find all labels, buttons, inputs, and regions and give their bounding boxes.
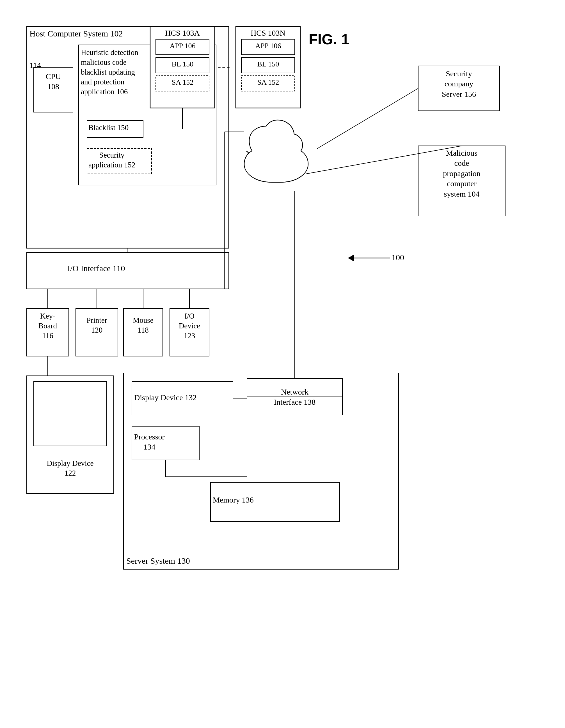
printer-label: Printer 120 [77, 315, 117, 335]
host-computer-title: Host Computer System 102 [29, 28, 123, 39]
mouse-label: Mouse 118 [124, 315, 162, 335]
hcs-103n-title: HCS 103N [237, 28, 299, 38]
svg-rect-5 [27, 252, 229, 289]
ref-114: 114 [29, 60, 41, 70]
diagram: FIG. 1 Host Computer System 102 114 CPU … [11, 11, 553, 718]
cpu-label: CPU 108 [35, 72, 72, 92]
malicious-code-label: Malicious code propagation computer syst… [420, 148, 504, 199]
security-app-label: Security application 152 [88, 150, 135, 170]
io-interface-label: I/O Interface 110 [67, 263, 125, 274]
hcs-103a-sa: SA 152 [157, 78, 208, 87]
hcs-dots: --- [217, 60, 231, 73]
io-device-label: I/O Device 123 [171, 311, 208, 341]
memory-label: Memory 136 [213, 495, 253, 505]
keyboard-label: Key- Board 116 [27, 311, 68, 341]
security-server-label: Security company Server 156 [420, 69, 498, 99]
figure-label: FIG. 1 [309, 31, 349, 48]
network-cloud [233, 115, 312, 193]
hcs-103a-app: APP 106 [157, 41, 208, 51]
blacklist-label: Blacklist 150 [88, 123, 128, 133]
hcs-103a-title: HCS 103A [151, 28, 213, 38]
heuristic-app-label: Heuristic detection malicious code black… [81, 48, 213, 97]
network-interface-label: Network Interface 138 [250, 387, 340, 407]
server-system-label: Server System 130 [126, 555, 190, 566]
processor-label: Processor 134 [134, 432, 165, 452]
display-device-122-label: Display Device 122 [28, 459, 112, 478]
hcs-103n-sa: SA 152 [242, 78, 294, 87]
svg-line-33 [317, 88, 418, 149]
display-device-132-label: Display Device 132 [134, 393, 196, 403]
hcs-103n-bl: BL 150 [242, 59, 294, 69]
hcs-103a-bl: BL 150 [157, 59, 208, 69]
svg-marker-42 [348, 255, 354, 261]
ref-100: 100 [392, 252, 404, 263]
hcs-103n-app: APP 106 [242, 41, 294, 51]
svg-rect-11 [34, 381, 107, 446]
